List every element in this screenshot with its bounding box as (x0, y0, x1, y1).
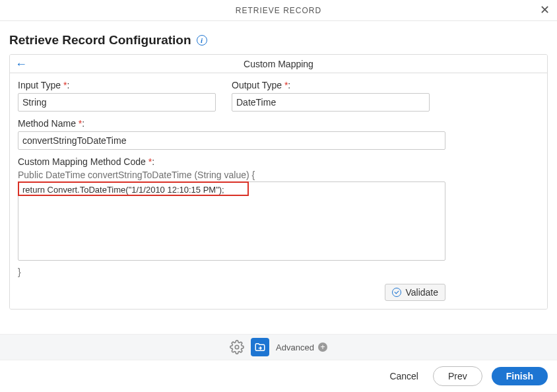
finish-button[interactable]: Finish (492, 367, 548, 385)
gear-icon[interactable] (230, 340, 244, 354)
bottom-toolbar: Advanced + (0, 334, 557, 360)
page-title-row: Retrieve Record Configuration i (0, 21, 557, 54)
method-name-field[interactable] (18, 131, 445, 150)
svg-point-0 (235, 345, 239, 349)
folder-icon (254, 341, 266, 353)
panel-body: Input Type *: Output Type *: Method Name… (10, 73, 547, 309)
input-type-label: Input Type *: (18, 80, 216, 90)
method-signature: Public DateTime convertStringToDateTime … (18, 170, 539, 180)
validate-button[interactable]: Validate (385, 284, 445, 301)
custom-mapping-panel: ← Custom Mapping Input Type *: Output Ty… (9, 54, 548, 310)
close-icon[interactable]: ✕ (540, 4, 550, 16)
cancel-button[interactable]: Cancel (384, 367, 424, 385)
code-textarea[interactable] (18, 181, 445, 261)
output-type-label: Output Type *: (232, 80, 430, 90)
panel-header: ← Custom Mapping (10, 55, 547, 73)
title-bar: RETRIEVE RECORD ✕ (0, 0, 557, 21)
back-arrow-icon[interactable]: ← (15, 58, 27, 70)
check-icon (392, 288, 401, 297)
window-title: RETRIEVE RECORD (236, 6, 321, 15)
folder-button[interactable] (251, 338, 269, 356)
advanced-toggle[interactable]: Advanced + (276, 343, 327, 352)
input-type-field[interactable] (18, 93, 216, 112)
output-type-field[interactable] (232, 93, 430, 112)
code-label: Custom Mapping Method Code *: (18, 156, 539, 167)
close-brace: } (18, 267, 539, 277)
panel-title: Custom Mapping (244, 59, 313, 69)
plus-icon: + (318, 343, 327, 352)
page-title: Retrieve Record Configuration (9, 33, 191, 48)
footer-bar: Cancel Prev Finish (0, 360, 557, 392)
prev-button[interactable]: Prev (433, 366, 482, 386)
method-name-label: Method Name *: (18, 118, 539, 129)
info-icon[interactable]: i (197, 35, 207, 46)
